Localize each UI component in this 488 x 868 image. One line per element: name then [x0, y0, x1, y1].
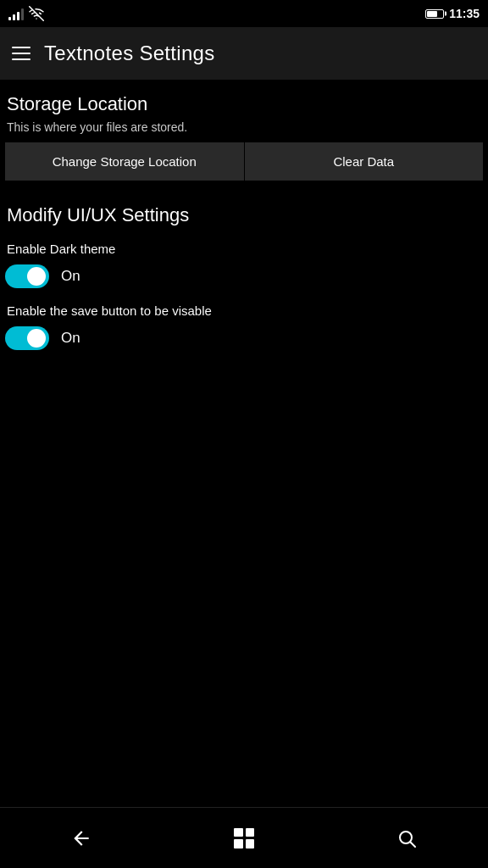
signal-icon — [8, 7, 24, 20]
storage-section: Storage Location This is where your file… — [5, 93, 483, 181]
status-bar: 11:35 — [0, 0, 488, 27]
dark-theme-toggle-row: On — [5, 264, 483, 288]
save-button-toggle-row: On — [5, 326, 483, 350]
search-button[interactable] — [381, 813, 432, 864]
save-button-track — [5, 326, 49, 350]
bottom-nav — [0, 807, 488, 868]
storage-description: This is where your files are stored. — [5, 120, 483, 134]
save-button-value: On — [61, 330, 80, 347]
save-button-label: Enable the save button to be visable — [5, 303, 483, 318]
storage-button-row: Change Storage Location Clear Data — [5, 142, 483, 181]
page-title: Textnotes Settings — [44, 42, 215, 65]
wifi-icon — [29, 6, 44, 21]
dark-theme-track — [5, 264, 49, 288]
dark-theme-toggle[interactable] — [5, 264, 49, 288]
dark-theme-thumb — [27, 267, 46, 286]
battery-icon — [425, 9, 444, 19]
menu-button[interactable] — [12, 47, 30, 60]
main-content: Storage Location This is where your file… — [0, 80, 488, 350]
dark-theme-value: On — [61, 268, 80, 285]
svg-line-1 — [411, 842, 416, 847]
clear-data-button[interactable]: Clear Data — [245, 142, 484, 181]
save-button-thumb — [27, 329, 46, 348]
windows-logo-icon — [234, 828, 254, 849]
status-left — [8, 6, 44, 21]
save-button-toggle[interactable] — [5, 326, 49, 350]
dark-theme-setting: Enable Dark theme On — [5, 242, 483, 288]
time-display: 11:35 — [449, 7, 480, 20]
change-storage-button[interactable]: Change Storage Location — [5, 142, 245, 181]
uiux-section: Modify UI/UX Settings Enable Dark theme … — [5, 204, 483, 350]
storage-title: Storage Location — [5, 93, 483, 115]
dark-theme-label: Enable Dark theme — [5, 242, 483, 256]
save-button-setting: Enable the save button to be visable On — [5, 303, 483, 350]
status-right: 11:35 — [425, 7, 480, 20]
back-button[interactable] — [56, 813, 107, 864]
home-button[interactable] — [219, 813, 269, 864]
header: Textnotes Settings — [0, 27, 488, 80]
uiux-title: Modify UI/UX Settings — [5, 204, 483, 226]
